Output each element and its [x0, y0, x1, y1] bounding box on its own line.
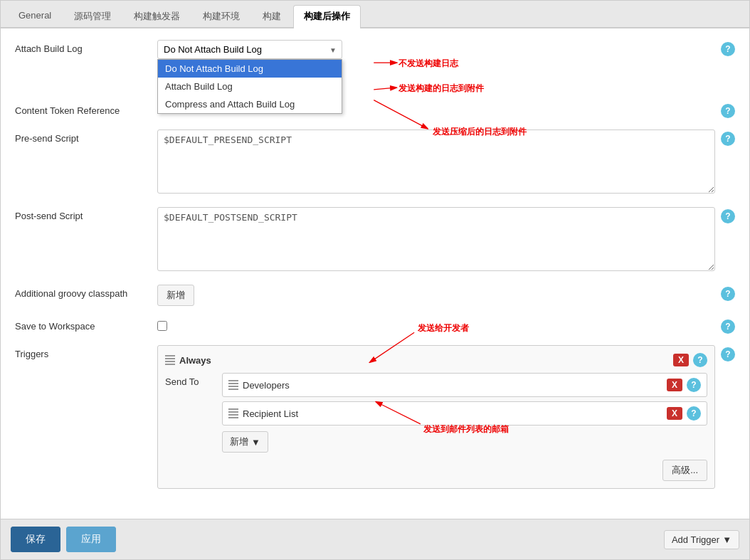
tab-build[interactable]: 构建: [252, 5, 292, 27]
tab-build-trigger[interactable]: 构建触发器: [123, 5, 191, 27]
always-label: Always: [165, 355, 211, 366]
save-workspace-control: [157, 317, 715, 333]
dropdown-do-not-attach[interactable]: Do Not Attach Build Log: [158, 60, 342, 78]
triggers-remove-button[interactable]: X: [673, 354, 689, 366]
attach-build-log-select-wrapper: Do Not Attach Build Log Attach Build Log…: [157, 40, 342, 59]
send-to-row: Send To Developers X: [165, 373, 707, 453]
pre-send-control: $DEFAULT_PRESEND_SCRIPT: [157, 130, 715, 196]
save-workspace-label: Save to Workspace: [15, 317, 157, 332]
triggers-header: Always X ?: [165, 353, 707, 367]
post-send-help[interactable]: ?: [721, 209, 735, 223]
groovy-add-button[interactable]: 新增: [157, 285, 194, 306]
add-trigger-arrow-icon: ▼: [722, 534, 731, 545]
dropdown-compress[interactable]: Compress and Attach Build Log: [158, 95, 342, 113]
groovy-classpath-row: Additional groovy classpath 新增 ?: [15, 285, 735, 306]
developers-help[interactable]: ?: [687, 378, 701, 392]
save-workspace-help[interactable]: ?: [721, 319, 735, 334]
apply-button[interactable]: 应用: [66, 527, 116, 552]
add-recipient-button[interactable]: 新增 ▼: [222, 431, 268, 453]
bottom-bar: 保存 应用 Add Trigger ▼: [1, 519, 749, 559]
advanced-button[interactable]: 高级...: [662, 460, 707, 481]
add-recipient-label: 新增: [230, 435, 248, 448]
add-trigger-label: Add Trigger: [672, 534, 719, 545]
triggers-outer-help[interactable]: ?: [721, 347, 735, 361]
developers-text: Developers: [243, 380, 290, 391]
attach-build-log-help[interactable]: ?: [721, 42, 735, 56]
send-to-label: Send To: [165, 373, 215, 387]
pre-send-row: Pre-send Script $DEFAULT_PRESEND_SCRIPT …: [15, 130, 735, 196]
drag-handle-icon[interactable]: [165, 355, 175, 365]
add-recipient-arrow-icon: ▼: [251, 437, 260, 448]
attach-build-log-dropdown[interactable]: Do Not Attach Build Log Attach Build Log…: [157, 59, 342, 114]
recipient-list-remove-button[interactable]: X: [667, 407, 682, 420]
attach-build-log-select[interactable]: Do Not Attach Build Log Attach Build Log…: [157, 40, 342, 59]
triggers-footer: 高级...: [165, 460, 707, 481]
save-button[interactable]: 保存: [11, 527, 60, 552]
recipient-list-text: Recipient List: [243, 408, 298, 419]
pre-send-help[interactable]: ?: [721, 132, 735, 146]
attach-build-log-label: Attach Build Log: [15, 40, 157, 54]
triggers-label: Triggers: [15, 345, 157, 359]
groovy-classpath-label: Additional groovy classpath: [15, 285, 157, 299]
recipient-list-actions: X ?: [667, 406, 701, 421]
always-text: Always: [179, 355, 211, 366]
send-to-items: Developers X ?: [222, 373, 707, 453]
content-token-help[interactable]: ?: [721, 104, 735, 118]
content-token-row: Content Token Reference ?: [15, 102, 735, 118]
triggers-box: Always X ? Send To: [157, 345, 715, 489]
developers-label: Developers: [228, 380, 290, 391]
bottom-right-actions: Add Trigger ▼: [664, 530, 739, 549]
dropdown-attach[interactable]: Attach Build Log: [158, 78, 342, 95]
post-send-label: Post-send Script: [15, 207, 157, 221]
save-workspace-checkbox[interactable]: [157, 321, 167, 331]
tab-general[interactable]: General: [8, 5, 62, 27]
groovy-classpath-help[interactable]: ?: [721, 287, 735, 301]
save-workspace-row: Save to Workspace ?: [15, 317, 735, 334]
pre-send-textarea[interactable]: $DEFAULT_PRESEND_SCRIPT: [157, 130, 715, 194]
attach-build-log-row: Attach Build Log Do Not Attach Build Log…: [15, 40, 735, 59]
attach-build-log-control: Do Not Attach Build Log Attach Build Log…: [157, 40, 715, 59]
recipient-list-drag-icon[interactable]: [228, 408, 238, 418]
triggers-help[interactable]: ?: [693, 353, 707, 367]
tab-post-build[interactable]: 构建后操作: [293, 5, 361, 28]
pre-send-label: Pre-send Script: [15, 130, 157, 144]
main-content: Attach Build Log Do Not Attach Build Log…: [1, 28, 749, 519]
main-window: General 源码管理 构建触发器 构建环境 构建 构建后操作 Attach …: [0, 0, 750, 560]
recipient-list-help[interactable]: ?: [687, 406, 701, 421]
add-recipient-wrap: 新增 ▼: [222, 431, 707, 453]
bottom-left-actions: 保存 应用: [11, 527, 116, 552]
content-token-label: Content Token Reference: [15, 102, 157, 116]
post-send-textarea[interactable]: $DEFAULT_POSTSEND_SCRIPT: [157, 207, 715, 271]
developers-recipient-item: Developers X ?: [222, 373, 707, 397]
recipient-list-item: Recipient List X ?: [222, 401, 707, 426]
developers-drag-icon[interactable]: [228, 380, 238, 390]
post-send-row: Post-send Script $DEFAULT_POSTSEND_SCRIP…: [15, 207, 735, 273]
triggers-row: Triggers Always X ?: [15, 345, 735, 489]
groovy-classpath-control: 新增: [157, 285, 715, 306]
developers-remove-button[interactable]: X: [667, 379, 682, 391]
form-area: Attach Build Log Do Not Attach Build Log…: [1, 28, 749, 519]
post-send-control: $DEFAULT_POSTSEND_SCRIPT: [157, 207, 715, 273]
developers-actions: X ?: [667, 378, 701, 392]
triggers-control: Always X ? Send To: [157, 345, 715, 489]
tab-build-env[interactable]: 构建环境: [192, 5, 250, 27]
tab-bar: General 源码管理 构建触发器 构建环境 构建 构建后操作: [1, 1, 749, 28]
tab-source[interactable]: 源码管理: [63, 5, 122, 27]
add-trigger-button[interactable]: Add Trigger ▼: [664, 530, 739, 549]
recipient-list-label: Recipient List: [228, 408, 298, 419]
